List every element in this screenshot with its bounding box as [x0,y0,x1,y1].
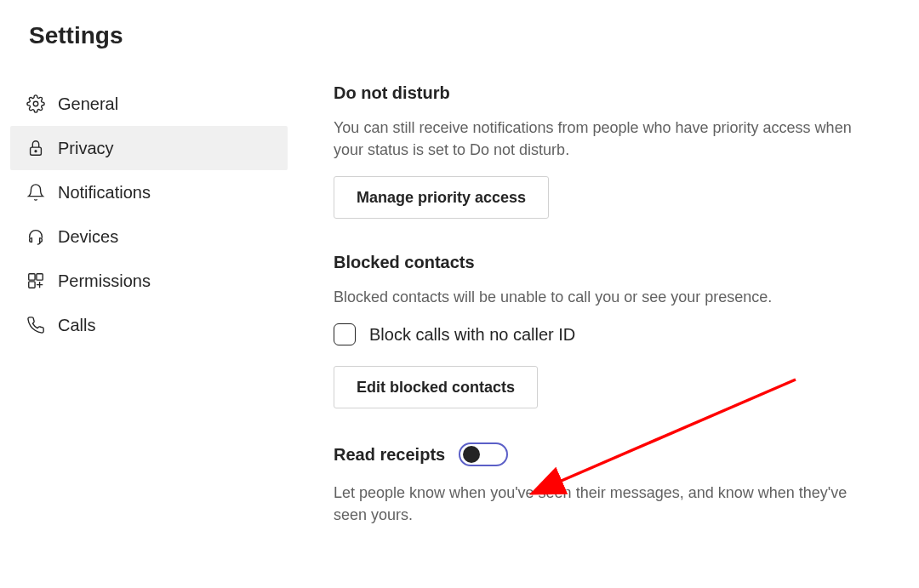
sidebar-item-label: Devices [58,227,118,247]
blocked-description: Blocked contacts will be unable to call … [334,286,861,308]
manage-priority-access-button[interactable]: Manage priority access [334,176,549,219]
dnd-description: You can still receive notifications from… [334,117,861,161]
svg-rect-5 [29,282,35,288]
settings-main: Do not disturb You can still receive not… [298,82,919,541]
sidebar-item-devices[interactable]: Devices [10,214,288,259]
toggle-knob [463,446,480,463]
sidebar-item-privacy[interactable]: Privacy [10,126,288,170]
apps-icon [26,271,46,291]
page-title: Settings [0,0,919,49]
read-receipts-description: Let people know when you've seen their m… [334,482,861,526]
dnd-heading: Do not disturb [334,83,893,103]
read-receipts-heading: Read receipts [334,445,445,465]
sidebar-item-permissions[interactable]: Permissions [10,259,288,303]
sidebar-item-label: Privacy [58,139,114,158]
settings-sidebar: General Privacy Notifications Devices Pe [0,82,298,541]
section-read-receipts: Read receipts Let people know when you'v… [334,442,893,526]
sidebar-item-calls[interactable]: Calls [10,303,288,347]
blocked-heading: Blocked contacts [334,253,893,272]
sidebar-item-notifications[interactable]: Notifications [10,170,288,214]
sidebar-item-label: Notifications [58,183,151,203]
block-no-caller-id-checkbox[interactable] [334,323,356,345]
svg-point-2 [35,151,37,152]
edit-blocked-contacts-button[interactable]: Edit blocked contacts [334,366,538,408]
sidebar-item-label: Calls [58,316,95,335]
section-do-not-disturb: Do not disturb You can still receive not… [334,83,893,219]
block-no-caller-id-row: Block calls with no caller ID [334,323,893,345]
svg-rect-1 [31,147,42,155]
headset-icon [26,226,46,247]
sidebar-item-label: Permissions [58,271,151,291]
svg-rect-3 [29,274,35,280]
sidebar-item-label: General [58,94,118,114]
section-blocked-contacts: Blocked contacts Blocked contacts will b… [334,253,893,408]
gear-icon [26,94,46,114]
svg-rect-4 [37,274,43,280]
svg-point-0 [33,101,38,106]
bell-icon [26,182,46,203]
lock-icon [26,138,46,158]
sidebar-item-general[interactable]: General [10,82,288,126]
read-receipts-toggle[interactable] [459,442,508,466]
block-no-caller-id-label: Block calls with no caller ID [369,325,575,345]
phone-icon [26,315,46,335]
